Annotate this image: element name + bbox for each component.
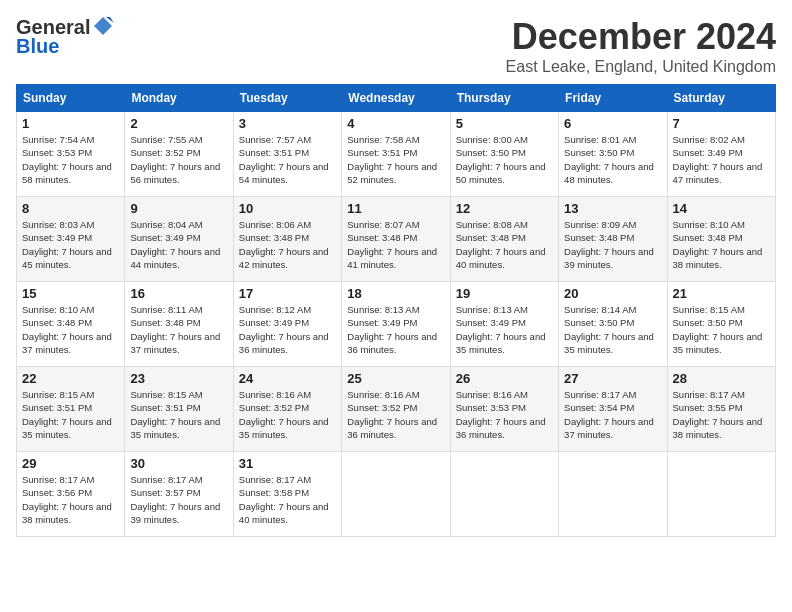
day-number: 29 (22, 456, 119, 471)
day-info: Sunrise: 8:11 AM Sunset: 3:48 PM Dayligh… (130, 303, 227, 356)
calendar-day-cell: 9 Sunrise: 8:04 AM Sunset: 3:49 PM Dayli… (125, 197, 233, 282)
day-number: 5 (456, 116, 553, 131)
day-number: 20 (564, 286, 661, 301)
day-info: Sunrise: 8:15 AM Sunset: 3:50 PM Dayligh… (673, 303, 770, 356)
day-number: 15 (22, 286, 119, 301)
calendar-day-cell: 14 Sunrise: 8:10 AM Sunset: 3:48 PM Dayl… (667, 197, 775, 282)
calendar-week-row: 8 Sunrise: 8:03 AM Sunset: 3:49 PM Dayli… (17, 197, 776, 282)
logo: General Blue (16, 16, 114, 58)
logo-blue-text: Blue (16, 35, 114, 58)
month-title: December 2024 (506, 16, 776, 58)
day-info: Sunrise: 8:07 AM Sunset: 3:48 PM Dayligh… (347, 218, 444, 271)
calendar-day-cell: 23 Sunrise: 8:15 AM Sunset: 3:51 PM Dayl… (125, 367, 233, 452)
calendar-day-cell: 24 Sunrise: 8:16 AM Sunset: 3:52 PM Dayl… (233, 367, 341, 452)
day-number: 2 (130, 116, 227, 131)
day-info: Sunrise: 8:06 AM Sunset: 3:48 PM Dayligh… (239, 218, 336, 271)
day-number: 9 (130, 201, 227, 216)
day-info: Sunrise: 8:10 AM Sunset: 3:48 PM Dayligh… (673, 218, 770, 271)
calendar-day-cell: 11 Sunrise: 8:07 AM Sunset: 3:48 PM Dayl… (342, 197, 450, 282)
day-number: 22 (22, 371, 119, 386)
calendar-day-cell: 5 Sunrise: 8:00 AM Sunset: 3:50 PM Dayli… (450, 112, 558, 197)
logo-icon (92, 15, 114, 37)
day-of-week-header: Monday (125, 85, 233, 112)
day-info: Sunrise: 8:15 AM Sunset: 3:51 PM Dayligh… (22, 388, 119, 441)
day-number: 24 (239, 371, 336, 386)
calendar-day-cell: 16 Sunrise: 8:11 AM Sunset: 3:48 PM Dayl… (125, 282, 233, 367)
calendar-week-row: 15 Sunrise: 8:10 AM Sunset: 3:48 PM Dayl… (17, 282, 776, 367)
calendar-day-cell: 27 Sunrise: 8:17 AM Sunset: 3:54 PM Dayl… (559, 367, 667, 452)
calendar-day-cell: 17 Sunrise: 8:12 AM Sunset: 3:49 PM Dayl… (233, 282, 341, 367)
calendar-day-cell: 2 Sunrise: 7:55 AM Sunset: 3:52 PM Dayli… (125, 112, 233, 197)
day-info: Sunrise: 8:16 AM Sunset: 3:52 PM Dayligh… (347, 388, 444, 441)
calendar-week-row: 29 Sunrise: 8:17 AM Sunset: 3:56 PM Dayl… (17, 452, 776, 537)
day-info: Sunrise: 8:17 AM Sunset: 3:54 PM Dayligh… (564, 388, 661, 441)
calendar-day-cell: 1 Sunrise: 7:54 AM Sunset: 3:53 PM Dayli… (17, 112, 125, 197)
calendar-day-cell: 7 Sunrise: 8:02 AM Sunset: 3:49 PM Dayli… (667, 112, 775, 197)
day-number: 30 (130, 456, 227, 471)
day-info: Sunrise: 8:03 AM Sunset: 3:49 PM Dayligh… (22, 218, 119, 271)
calendar-day-cell: 28 Sunrise: 8:17 AM Sunset: 3:55 PM Dayl… (667, 367, 775, 452)
day-info: Sunrise: 8:00 AM Sunset: 3:50 PM Dayligh… (456, 133, 553, 186)
calendar-day-cell: 25 Sunrise: 8:16 AM Sunset: 3:52 PM Dayl… (342, 367, 450, 452)
day-number: 26 (456, 371, 553, 386)
calendar-day-cell: 4 Sunrise: 7:58 AM Sunset: 3:51 PM Dayli… (342, 112, 450, 197)
calendar-day-cell: 8 Sunrise: 8:03 AM Sunset: 3:49 PM Dayli… (17, 197, 125, 282)
day-info: Sunrise: 8:13 AM Sunset: 3:49 PM Dayligh… (347, 303, 444, 356)
day-of-week-header: Saturday (667, 85, 775, 112)
calendar-day-cell: 3 Sunrise: 7:57 AM Sunset: 3:51 PM Dayli… (233, 112, 341, 197)
day-number: 14 (673, 201, 770, 216)
day-of-week-header: Sunday (17, 85, 125, 112)
day-info: Sunrise: 7:55 AM Sunset: 3:52 PM Dayligh… (130, 133, 227, 186)
day-info: Sunrise: 8:13 AM Sunset: 3:49 PM Dayligh… (456, 303, 553, 356)
day-of-week-header: Tuesday (233, 85, 341, 112)
day-number: 19 (456, 286, 553, 301)
day-info: Sunrise: 8:16 AM Sunset: 3:53 PM Dayligh… (456, 388, 553, 441)
day-number: 25 (347, 371, 444, 386)
calendar-day-cell: 22 Sunrise: 8:15 AM Sunset: 3:51 PM Dayl… (17, 367, 125, 452)
day-info: Sunrise: 8:17 AM Sunset: 3:56 PM Dayligh… (22, 473, 119, 526)
day-number: 1 (22, 116, 119, 131)
day-info: Sunrise: 7:57 AM Sunset: 3:51 PM Dayligh… (239, 133, 336, 186)
calendar-day-cell (450, 452, 558, 537)
location-subtitle: East Leake, England, United Kingdom (506, 58, 776, 76)
calendar-day-cell: 15 Sunrise: 8:10 AM Sunset: 3:48 PM Dayl… (17, 282, 125, 367)
calendar-day-cell: 10 Sunrise: 8:06 AM Sunset: 3:48 PM Dayl… (233, 197, 341, 282)
calendar-day-cell: 29 Sunrise: 8:17 AM Sunset: 3:56 PM Dayl… (17, 452, 125, 537)
day-number: 10 (239, 201, 336, 216)
day-info: Sunrise: 8:14 AM Sunset: 3:50 PM Dayligh… (564, 303, 661, 356)
calendar-day-cell: 21 Sunrise: 8:15 AM Sunset: 3:50 PM Dayl… (667, 282, 775, 367)
title-section: December 2024 East Leake, England, Unite… (506, 16, 776, 76)
calendar-day-cell: 6 Sunrise: 8:01 AM Sunset: 3:50 PM Dayli… (559, 112, 667, 197)
day-number: 7 (673, 116, 770, 131)
calendar-day-cell: 18 Sunrise: 8:13 AM Sunset: 3:49 PM Dayl… (342, 282, 450, 367)
day-info: Sunrise: 8:17 AM Sunset: 3:57 PM Dayligh… (130, 473, 227, 526)
day-info: Sunrise: 8:02 AM Sunset: 3:49 PM Dayligh… (673, 133, 770, 186)
calendar-day-cell: 30 Sunrise: 8:17 AM Sunset: 3:57 PM Dayl… (125, 452, 233, 537)
day-number: 4 (347, 116, 444, 131)
day-number: 18 (347, 286, 444, 301)
day-info: Sunrise: 8:15 AM Sunset: 3:51 PM Dayligh… (130, 388, 227, 441)
calendar-header-row: SundayMondayTuesdayWednesdayThursdayFrid… (17, 85, 776, 112)
day-number: 21 (673, 286, 770, 301)
day-number: 6 (564, 116, 661, 131)
calendar-day-cell (342, 452, 450, 537)
svg-marker-0 (94, 17, 112, 35)
calendar-week-row: 22 Sunrise: 8:15 AM Sunset: 3:51 PM Dayl… (17, 367, 776, 452)
calendar-day-cell (667, 452, 775, 537)
day-info: Sunrise: 8:17 AM Sunset: 3:58 PM Dayligh… (239, 473, 336, 526)
day-number: 23 (130, 371, 227, 386)
day-number: 16 (130, 286, 227, 301)
day-number: 12 (456, 201, 553, 216)
day-number: 17 (239, 286, 336, 301)
day-number: 13 (564, 201, 661, 216)
day-info: Sunrise: 8:08 AM Sunset: 3:48 PM Dayligh… (456, 218, 553, 271)
day-info: Sunrise: 8:04 AM Sunset: 3:49 PM Dayligh… (130, 218, 227, 271)
day-number: 8 (22, 201, 119, 216)
day-info: Sunrise: 8:17 AM Sunset: 3:55 PM Dayligh… (673, 388, 770, 441)
day-info: Sunrise: 7:54 AM Sunset: 3:53 PM Dayligh… (22, 133, 119, 186)
calendar-table: SundayMondayTuesdayWednesdayThursdayFrid… (16, 84, 776, 537)
day-info: Sunrise: 8:09 AM Sunset: 3:48 PM Dayligh… (564, 218, 661, 271)
calendar-day-cell: 12 Sunrise: 8:08 AM Sunset: 3:48 PM Dayl… (450, 197, 558, 282)
calendar-day-cell: 31 Sunrise: 8:17 AM Sunset: 3:58 PM Dayl… (233, 452, 341, 537)
calendar-day-cell: 26 Sunrise: 8:16 AM Sunset: 3:53 PM Dayl… (450, 367, 558, 452)
